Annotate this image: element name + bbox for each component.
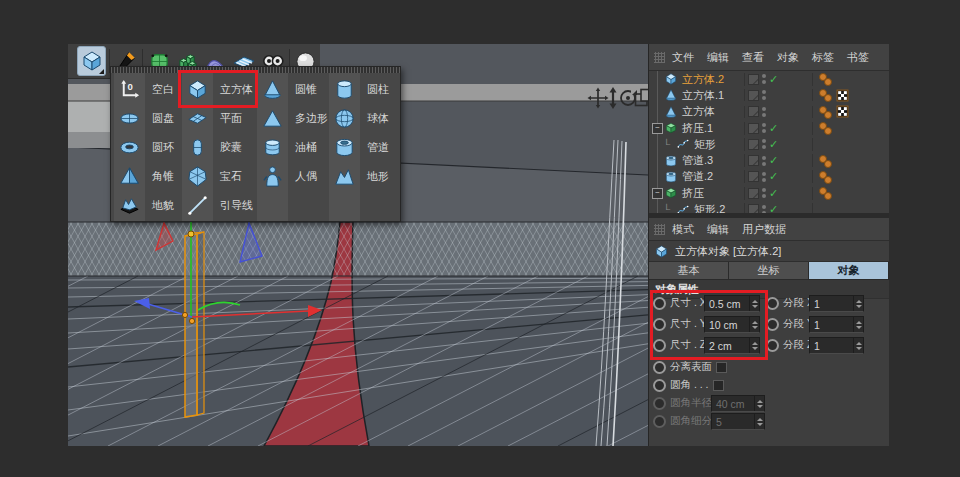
texture-tag-checker[interactable] xyxy=(836,89,849,102)
tag-orange-dots[interactable] xyxy=(819,171,833,183)
layer-box[interactable] xyxy=(748,171,759,182)
add-cube-button[interactable] xyxy=(77,46,105,76)
visibility-dots[interactable] xyxy=(762,187,766,199)
enabled-check[interactable]: ✓ xyxy=(769,73,781,86)
object-row[interactable]: 管道.3 ✓ xyxy=(649,152,889,168)
om-menu-tags[interactable]: 标签 xyxy=(812,50,834,65)
object-name[interactable]: 立方体.1 xyxy=(682,88,744,103)
menu-item-pyramid[interactable]: 角锥 xyxy=(114,162,174,191)
am-menu-edit[interactable]: 编辑 xyxy=(707,222,729,237)
tag-orange-dots[interactable] xyxy=(819,122,833,134)
visibility-dots[interactable] xyxy=(762,155,766,167)
tab-coordinates[interactable]: 坐标 xyxy=(729,262,809,279)
menu-item-torus[interactable]: 圆环 xyxy=(114,133,174,162)
layer-box[interactable] xyxy=(748,123,759,134)
tag-orange-dots[interactable] xyxy=(819,106,833,118)
collapse-toggle[interactable]: − xyxy=(652,188,663,199)
menu-item-capsule[interactable]: 胶囊 xyxy=(182,133,242,162)
menu-item-gem[interactable]: 宝石 xyxy=(182,162,242,191)
object-row[interactable]: − 挤压 ✓ xyxy=(649,185,889,201)
object-row[interactable]: └ 矩形 ✓ xyxy=(649,136,889,152)
om-menu-object[interactable]: 对象 xyxy=(777,50,799,65)
om-menu-bookmarks[interactable]: 书签 xyxy=(847,50,869,65)
menu-item-guide[interactable]: 引导线 xyxy=(182,191,253,220)
object-name[interactable]: 管道.3 xyxy=(682,153,744,168)
tag-orange-dots[interactable] xyxy=(819,89,833,101)
stepper[interactable] xyxy=(853,296,863,311)
panel-grip-icon[interactable] xyxy=(654,52,665,63)
menu-item-relief[interactable]: 地貌 xyxy=(114,191,174,220)
om-menu-edit[interactable]: 编辑 xyxy=(707,50,729,65)
layer-box[interactable] xyxy=(748,106,759,117)
object-name[interactable]: 管道.2 xyxy=(682,169,744,184)
om-menu-view[interactable]: 查看 xyxy=(742,50,764,65)
seg-y-field[interactable]: 1 xyxy=(809,316,864,333)
object-row[interactable]: − 挤压.1 ✓ xyxy=(649,120,889,136)
object-name[interactable]: 立方体.2 xyxy=(682,72,744,87)
stepper[interactable] xyxy=(853,317,863,332)
layer-box[interactable] xyxy=(748,188,759,199)
visibility-dots[interactable] xyxy=(762,89,766,101)
am-menu-userdata[interactable]: 用户数据 xyxy=(742,222,786,237)
object-name[interactable]: 挤压 xyxy=(682,186,744,201)
enabled-check[interactable]: ✓ xyxy=(769,203,781,213)
menu-item-null[interactable]: 空白 xyxy=(114,75,174,104)
keyframe-dot[interactable] xyxy=(653,361,666,374)
menu-item-oiltank[interactable]: 油桶 xyxy=(257,133,317,162)
keyframe-dot[interactable] xyxy=(653,379,666,392)
object-name[interactable]: 矩形 xyxy=(694,137,744,152)
visibility-dots[interactable] xyxy=(762,73,766,85)
enabled-check[interactable]: ✓ xyxy=(769,187,781,200)
layer-box[interactable] xyxy=(748,155,759,166)
object-row[interactable]: 立方体.2 ✓ xyxy=(649,71,889,87)
texture-tag-checker[interactable] xyxy=(836,105,849,118)
collapse-toggle[interactable]: − xyxy=(652,123,663,134)
enabled-check[interactable]: ✓ xyxy=(769,122,781,135)
menu-item-cone[interactable]: 圆锥 xyxy=(257,75,317,104)
visibility-dots[interactable] xyxy=(762,138,766,150)
menu-item-disc[interactable]: 圆盘 xyxy=(114,104,174,133)
enabled-check[interactable]: ✓ xyxy=(769,138,781,151)
tag-orange-dots[interactable] xyxy=(819,73,833,85)
seg-z-field[interactable]: 1 xyxy=(809,337,864,354)
object-name[interactable]: 立方体 xyxy=(682,104,744,119)
menu-item-tube[interactable]: 管道 xyxy=(329,133,389,162)
menu-item-figure[interactable]: 人偶 xyxy=(257,162,317,191)
stepper xyxy=(754,396,764,411)
tab-basic[interactable]: 基本 xyxy=(649,262,729,279)
om-menu-file[interactable]: 文件 xyxy=(672,50,694,65)
tag-orange-dots[interactable] xyxy=(819,155,833,167)
visibility-dots[interactable] xyxy=(762,204,766,213)
stepper[interactable] xyxy=(853,338,863,353)
object-row[interactable]: 管道.2 ✓ xyxy=(649,169,889,185)
enabled-check[interactable]: ✓ xyxy=(769,170,781,183)
object-name[interactable]: 矩形.2 xyxy=(694,202,744,213)
visibility-dots[interactable] xyxy=(762,171,766,183)
layer-box[interactable] xyxy=(748,139,759,150)
panel-grip-icon[interactable] xyxy=(654,224,665,235)
menu-item-landscape[interactable]: 地形 xyxy=(329,162,389,191)
separate-surfaces-checkbox[interactable] xyxy=(716,362,727,373)
layer-box[interactable] xyxy=(748,90,759,101)
fillet-checkbox[interactable] xyxy=(713,380,724,391)
enabled-check[interactable]: ✓ xyxy=(769,154,781,167)
selected-cube-object[interactable] xyxy=(185,232,204,417)
object-row[interactable]: 立方体 xyxy=(649,104,889,120)
menu-item-plane[interactable]: 平面 xyxy=(182,104,242,133)
menu-item-sphere[interactable]: 球体 xyxy=(329,104,389,133)
object-row[interactable]: └ 矩形.2 ✓ xyxy=(649,201,889,213)
layer-box[interactable] xyxy=(748,204,759,213)
menu-item-polygon[interactable]: 多边形 xyxy=(257,104,328,133)
tag-orange-dots[interactable] xyxy=(819,187,833,199)
object-row[interactable]: 立方体.1 xyxy=(649,87,889,103)
cylinder-icon xyxy=(338,81,351,98)
am-menu-mode[interactable]: 模式 xyxy=(672,222,694,237)
tab-object[interactable]: 对象 xyxy=(809,262,889,279)
keyframe-dot xyxy=(653,415,666,428)
seg-x-field[interactable]: 1 xyxy=(809,295,864,312)
visibility-dots[interactable] xyxy=(762,122,766,134)
menu-item-cylinder[interactable]: 圆柱 xyxy=(329,75,389,104)
object-name[interactable]: 挤压.1 xyxy=(682,121,744,136)
visibility-dots[interactable] xyxy=(762,106,766,118)
layer-box[interactable] xyxy=(748,74,759,85)
